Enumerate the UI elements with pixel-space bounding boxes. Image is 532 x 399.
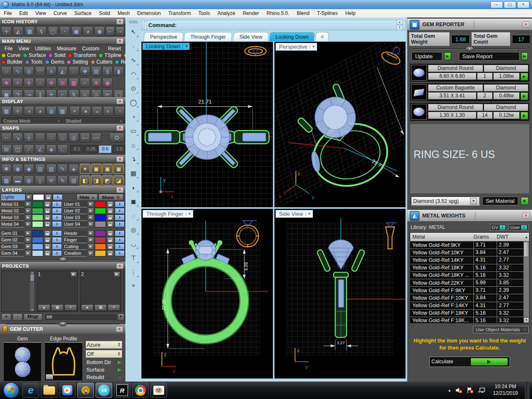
history-tool-icon[interactable]: ▦ [25, 26, 35, 36]
edit-tool-icon[interactable]: ✚ [1, 78, 12, 88]
layer-expand-icon[interactable]: ▶ [25, 237, 31, 243]
rhino-tool-icon[interactable]: ∿ [128, 55, 139, 66]
project-add-button[interactable]: + [1, 313, 11, 321]
gem-row-go-icon[interactable] [520, 73, 528, 81]
hide-button[interactable]: Hide● [76, 194, 98, 201]
layer-color-swatch[interactable] [95, 214, 106, 221]
history-tool-icon[interactable]: ▢ [48, 26, 58, 36]
layer-expand-icon[interactable]: ▶ [88, 208, 94, 214]
project-slot[interactable]: 3▶ ▲ ▦ × [123, 271, 124, 312]
info-tool-icon[interactable]: ✦ [80, 164, 90, 174]
layer-visibility-toggle[interactable]: I [52, 201, 62, 207]
main-menu-category[interactable]: Transform [68, 52, 96, 58]
info-tool-icon[interactable]: ◈ [69, 164, 79, 174]
save-report-go-icon[interactable] [522, 52, 528, 60]
layer-row[interactable]: User 01 ▶ I [63, 201, 125, 207]
layer-visibility-toggle[interactable]: I [52, 244, 62, 250]
main-menu-item[interactable]: File [2, 46, 15, 52]
user-toggle[interactable]: UserI [509, 224, 529, 231]
menu-item[interactable]: Help [342, 10, 360, 16]
close-icon[interactable]: × [522, 22, 530, 27]
project-slot[interactable]: 1▶ ▲ ▦ × [37, 271, 78, 312]
project-slider-plus[interactable]: + [118, 313, 124, 321]
gem-report-row[interactable]: Custom Baguette Diamond 3.51 X 3.41 2 0.… [410, 83, 530, 101]
layer-expand-icon[interactable]: ▶ [88, 244, 94, 250]
set-material-go-icon[interactable] [521, 197, 529, 205]
layer-row[interactable]: Gem 04 ▶ I [0, 250, 62, 256]
gem-row-go-icon[interactable] [520, 112, 528, 120]
folder-icon[interactable] [46, 374, 53, 379]
settings-tool-icon[interactable]: ▬ [12, 175, 23, 185]
layer-color-swatch[interactable] [32, 237, 43, 243]
menu-item[interactable]: Edit [15, 10, 32, 16]
add-viewport-tab[interactable]: ✛ [315, 32, 330, 41]
rhino-tool-icon[interactable]: ↖ [128, 27, 139, 37]
viewport-tab[interactable]: Side View [233, 32, 269, 41]
info-tool-icon[interactable]: ◉ [12, 164, 23, 174]
info-tool-icon[interactable]: ▤ [35, 164, 45, 174]
grid-increment-button[interactable]: 1.0 [113, 145, 126, 153]
start-button[interactable] [3, 382, 19, 398]
action-center-flag-icon[interactable] [466, 387, 474, 394]
lock-icon[interactable] [107, 237, 114, 243]
history-tool-icon[interactable]: ↯ [36, 26, 47, 36]
metal-row[interactable]: Yellow Gold-Ref:18KY ... 5.16 3.32 [410, 272, 529, 279]
layer-expand-icon[interactable]: ▶ [88, 237, 94, 243]
display-mode-icon[interactable]: ◍ [46, 106, 57, 116]
viewport-label[interactable]: Looking Down▼ [143, 43, 190, 50]
curve-tool-icon[interactable]: ∿ [12, 66, 23, 76]
main-menu-category[interactable]: Curve [1, 52, 20, 58]
lock-icon[interactable] [107, 214, 114, 221]
rhino-tool-icon[interactable]: ⊤ [128, 253, 139, 264]
layer-row[interactable]: Gem 01 ▶ I [0, 230, 62, 236]
command-scrollbar[interactable]: ▲▼ [397, 20, 403, 30]
lock-icon[interactable] [107, 250, 114, 256]
snap-icon[interactable]: ⌐ [1, 133, 12, 143]
layer-expand-icon[interactable]: ▶ [25, 201, 31, 207]
settings-tool-icon[interactable]: Ψ [46, 175, 57, 185]
lock-icon[interactable] [44, 237, 51, 243]
edit-tool-icon[interactable]: ◉ [102, 78, 113, 88]
layer-color-swatch[interactable] [32, 221, 43, 227]
rhino-tool-icon[interactable]: ▭ [128, 126, 139, 136]
snap-icon[interactable]: ◇ [57, 133, 68, 143]
main-menu-category[interactable]: Gems [45, 59, 64, 65]
snap-icon[interactable]: ∙ [35, 133, 45, 143]
settings-tool-icon[interactable]: ◍ [24, 175, 34, 185]
history-forward-icon[interactable]: → [116, 26, 125, 36]
lock-icon[interactable] [107, 221, 114, 227]
projects-collapse-handle[interactable]: ▼ [0, 321, 126, 326]
media-player-icon[interactable]: ▶ [59, 383, 76, 398]
curve-tool-icon[interactable]: ○ [1, 66, 12, 76]
lock-icon[interactable] [44, 201, 51, 207]
layer-color-swatch[interactable] [32, 214, 43, 221]
layer-row[interactable]: Cutting ▶ I [63, 244, 125, 250]
layer-color-swatch[interactable] [32, 208, 43, 214]
layer-color-swatch[interactable] [95, 208, 106, 214]
layer-color-swatch[interactable] [95, 250, 106, 256]
menu-item[interactable]: Transform [165, 10, 195, 16]
snap-mode-icon[interactable]: ⊞ [1, 144, 12, 154]
main-menu-category[interactable]: Tools [25, 59, 42, 65]
layer-visibility-toggle[interactable]: I [52, 250, 62, 256]
settings-tool-icon[interactable]: ▯ [35, 175, 45, 185]
info-tool-icon[interactable]: ◆ [24, 164, 34, 174]
main-menu-item[interactable]: Measure [54, 46, 79, 52]
project-manager-button[interactable]: Mngr [24, 313, 42, 321]
layer-visibility-toggle[interactable]: I [115, 208, 125, 214]
gv-toggle[interactable]: GVI [490, 224, 507, 231]
mesh-quality-select[interactable]: Coarse Mesh∨ [1, 117, 62, 124]
layer-visibility-toggle[interactable]: I [53, 194, 63, 200]
curve-tool-icon[interactable]: ▮ [113, 66, 124, 76]
calculate-button[interactable]: Calculate [429, 357, 510, 367]
layer-row[interactable]: User 03 ▶ I [63, 214, 125, 221]
layer-row[interactable]: Metal 03 ▶ I [0, 214, 62, 221]
layer-visibility-toggle[interactable]: I [115, 237, 125, 243]
edit-tool-icon[interactable]: ⊞ [57, 78, 68, 88]
viewport-tab[interactable]: Perspective [143, 32, 184, 41]
settings-tool-icon[interactable]: ▤ [69, 175, 79, 185]
layer-expand-icon[interactable]: ▶ [88, 250, 94, 256]
chevron-down-icon[interactable]: ▼ [310, 45, 315, 49]
dropdown-arrow-icon[interactable]: ▼ [470, 198, 477, 204]
rhino-app-icon[interactable]: R [114, 383, 131, 398]
